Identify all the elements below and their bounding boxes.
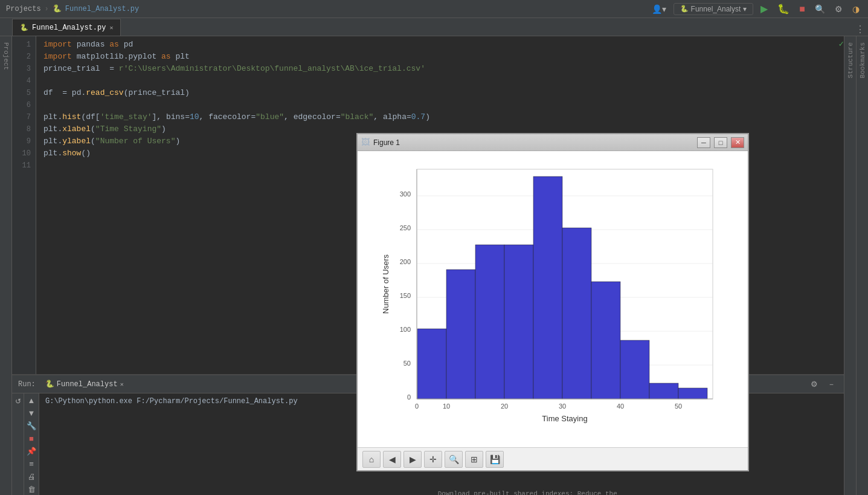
breadcrumb-area: Projects › 🐍 Funnel_Analyst.py	[6, 4, 649, 13]
bar-4	[533, 176, 562, 399]
bar-0	[417, 329, 446, 399]
run-left-icons: ↺	[12, 393, 24, 495]
fig-back-btn[interactable]: ◀	[383, 451, 401, 468]
fig-save-btn[interactable]: 💾	[486, 451, 504, 468]
run-tab[interactable]: 🐍 Funnel_Analyst ✕	[45, 380, 124, 389]
run-config-label: Funnel_Analyst	[691, 5, 741, 13]
run-tab-label: Funnel_Analyst	[57, 380, 118, 389]
code-line-5: df = pd.read_csv(prince_trial)	[43, 87, 837, 99]
run-toolbar: ▲ ▼ 🔧 ■ 📌 ≡ 🖨 🗑	[24, 393, 39, 495]
svg-text:50: 50	[403, 360, 411, 367]
run-label: Run:	[18, 380, 36, 389]
run-restart-icon[interactable]: ↺	[14, 396, 22, 407]
stop-button-top[interactable]: ■	[797, 2, 808, 16]
y-axis-label: Number of Users	[381, 254, 390, 314]
svg-text:250: 250	[400, 224, 411, 231]
structure-sidebar: Structure	[844, 36, 856, 495]
code-line-6	[43, 99, 837, 111]
run-minimize-icon[interactable]: －	[825, 378, 838, 391]
bar-5	[562, 228, 591, 399]
bookmarks-sidebar-label[interactable]: Bookmarks	[858, 36, 867, 84]
breadcrumb-filename[interactable]: Funnel_Analyst.py	[65, 5, 139, 13]
check-mark-icon: ✓	[839, 39, 844, 49]
run-up-icon[interactable]: ▲	[25, 396, 37, 405]
svg-text:150: 150	[400, 292, 411, 299]
svg-text:0: 0	[407, 393, 411, 401]
figure-minimize-btn[interactable]: ─	[697, 137, 710, 148]
project-sidebar-label[interactable]: Project	[1, 36, 11, 76]
user-icon[interactable]: 👤▾	[649, 3, 669, 15]
svg-text:50: 50	[675, 403, 682, 410]
editor-tab-bar: 🐍 Funnel_Analyst.py ✕ ⋮	[0, 18, 868, 36]
svg-text:40: 40	[617, 403, 624, 410]
run-output-text: G:\Python\python.exe F:/Pycharm/Projects…	[45, 397, 298, 406]
bar-9	[678, 388, 707, 399]
bar-2	[475, 245, 504, 399]
svg-text:200: 200	[400, 258, 411, 265]
svg-text:100: 100	[400, 326, 411, 333]
breadcrumb-sep: ›	[45, 5, 49, 13]
bar-7	[620, 340, 649, 399]
run-config-chevron: ▾	[743, 5, 747, 13]
line-numbers: 1 2 3 4 5 6 7 8 9 10 11	[12, 36, 36, 374]
run-header-right: ⚙ －	[808, 378, 838, 391]
figure-bottom-toolbar: ⌂ ◀ ▶ ✛ 🔍 ⊞ 💾	[358, 447, 748, 470]
code-line-4	[43, 75, 837, 87]
editor-tab-main[interactable]: 🐍 Funnel_Analyst.py ✕	[12, 19, 121, 36]
tab-python-icon: 🐍	[20, 24, 28, 31]
top-bar-actions: 👤▾ 🐍 Funnel_Analyst ▾ ▶ 🐛 ■ 🔍 ⚙ ◑	[649, 2, 862, 16]
svg-text:20: 20	[501, 403, 508, 410]
structure-sidebar-label[interactable]: Structure	[846, 36, 855, 84]
run-pin-icon[interactable]: 📌	[25, 447, 37, 456]
figure-title-text: Figure 1	[373, 138, 693, 147]
figure-close-btn[interactable]: ✕	[731, 137, 744, 148]
figure-maximize-btn[interactable]: □	[714, 137, 727, 148]
run-down-icon[interactable]: ▼	[25, 409, 37, 418]
fig-home-btn[interactable]: ⌂	[362, 451, 381, 468]
fig-configure-btn[interactable]: ⊞	[465, 451, 483, 468]
code-line-7: plt.hist(df['time_stay'], bins=10, facec…	[43, 111, 837, 123]
run-config-dropdown[interactable]: 🐍 Funnel_Analyst ▾	[674, 3, 754, 15]
bar-3	[504, 245, 533, 399]
svg-text:0: 0	[415, 403, 419, 410]
run-settings-icon[interactable]: ⚙	[808, 378, 820, 391]
code-line-1: import pandas as pd	[43, 39, 837, 51]
bar-1	[446, 270, 475, 399]
tab-more-icon[interactable]: ⋮	[855, 24, 865, 36]
x-axis-label: Time Staying	[542, 414, 587, 423]
fig-forward-btn[interactable]: ▶	[403, 451, 422, 468]
code-line-3: prince_trial = r'C:\Users\Administrator\…	[43, 63, 837, 75]
tab-filename: Funnel_Analyst.py	[32, 24, 106, 32]
figure-titlebar: 🖼 Figure 1 ─ □ ✕	[358, 134, 748, 151]
top-bar: Projects › 🐍 Funnel_Analyst.py 👤▾ 🐍 Funn…	[0, 0, 868, 18]
code-line-2: import matplotlib.pyplot as plt	[43, 51, 837, 63]
run-python-icon: 🐍	[45, 380, 54, 389]
figure-window-icon: 🖼	[361, 138, 370, 147]
settings-icon[interactable]: ⚙	[832, 3, 845, 15]
run-tab-close[interactable]: ✕	[120, 381, 124, 388]
search-icon[interactable]: 🔍	[812, 3, 828, 15]
run-bars-icon[interactable]: ≡	[25, 459, 37, 468]
svg-text:10: 10	[443, 403, 450, 410]
histogram-chart: 0 50 100 150 200 250 300	[381, 160, 725, 438]
figure-window: 🖼 Figure 1 ─ □ ✕ 0 50 100 150 200 250 30…	[356, 133, 749, 471]
run-stop-icon[interactable]: ■	[25, 434, 37, 443]
run-wrench-icon[interactable]: 🔧	[25, 421, 37, 430]
bar-6	[591, 282, 620, 399]
status-message: Download pre-built shared indexes: Reduc…	[431, 490, 624, 496]
tab-close-icon[interactable]: ✕	[109, 24, 113, 31]
fig-zoom-in-btn[interactable]: ✛	[424, 451, 442, 468]
run-button-top[interactable]: ▶	[758, 2, 770, 16]
fig-zoom-btn[interactable]: 🔍	[445, 451, 463, 468]
svg-text:30: 30	[559, 403, 566, 410]
debug-button-top[interactable]: 🐛	[775, 2, 792, 16]
project-sidebar: Project	[0, 36, 12, 495]
run-trash-icon[interactable]: 🗑	[25, 485, 37, 494]
figure-content: 0 50 100 150 200 250 300	[358, 151, 748, 447]
breadcrumb-projects[interactable]: Projects	[6, 5, 41, 13]
bookmarks-sidebar: Bookmarks	[856, 36, 868, 495]
run-print-icon[interactable]: 🖨	[25, 472, 37, 481]
svg-text:300: 300	[400, 190, 411, 198]
theme-icon[interactable]: ◑	[850, 3, 862, 15]
bar-8	[649, 383, 678, 399]
